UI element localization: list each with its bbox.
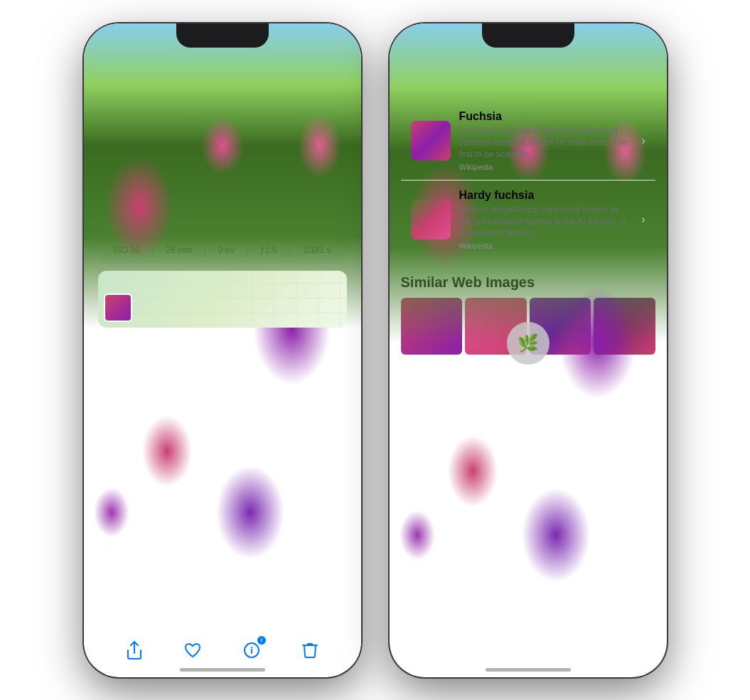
fuchsia-source: Wikipedia: [459, 163, 628, 171]
knowledge-item-fuchsia[interactable]: Fuchsia Fuchsia is a genus of flowering …: [401, 102, 655, 181]
heart-button[interactable]: [180, 637, 205, 663]
trash-button[interactable]: [297, 637, 323, 663]
hardy-content: Hardy fuchsia Fuchsia magellanica, commo…: [459, 189, 628, 250]
fuchsia-name: Fuchsia: [459, 110, 628, 123]
bottom-toolbar: i: [84, 630, 361, 663]
hardy-chevron: ›: [641, 213, 645, 226]
left-phone: Add a Caption 🌿 Look Up – Plant › Monday…: [84, 23, 361, 677]
fuchsia-thumbnail: [411, 121, 451, 161]
visual-search-button[interactable]: 🌿: [507, 322, 550, 365]
map-thumbnail: [104, 294, 132, 322]
fuchsia-chevron: ›: [641, 134, 645, 147]
map-area[interactable]: [98, 271, 347, 328]
left-scroll-area: Add a Caption 🌿 Look Up – Plant › Monday…: [84, 23, 361, 635]
right-phone: 🌿 Results ✕ Siri Knowledge: [390, 23, 667, 677]
share-button[interactable]: [122, 637, 147, 663]
knowledge-card: Fuchsia Fuchsia is a genus of flowering …: [401, 102, 655, 259]
knowledge-item-hardy[interactable]: Hardy fuchsia Fuchsia magellanica, commo…: [401, 181, 655, 259]
photo-overlay: [84, 23, 361, 635]
visual-search-icon: 🌿: [518, 333, 539, 353]
hardy-source: Wikipedia: [459, 242, 628, 250]
info-button[interactable]: i: [239, 637, 264, 663]
right-phone-screen: 🌿 Results ✕ Siri Knowledge: [390, 23, 667, 677]
hardy-description: Fuchsia magellanica, commonly known as t…: [459, 204, 628, 239]
phone-notch-left: [176, 23, 269, 48]
right-scroll-area: 🌿 Results ✕ Siri Knowledge: [390, 23, 667, 663]
fuchsia-description: Fuchsia is a genus of flowering plants t…: [459, 125, 628, 161]
fuchsia-content: Fuchsia Fuchsia is a genus of flowering …: [459, 110, 628, 171]
home-indicator-right: [486, 668, 571, 672]
hardy-name: Hardy fuchsia: [459, 189, 628, 202]
map-pattern: [98, 271, 347, 328]
hardy-thumbnail: [411, 200, 451, 239]
home-indicator-left: [180, 668, 265, 672]
visual-search-dot: [526, 368, 530, 372]
phone-notch-right: [482, 23, 574, 48]
left-phone-screen: Add a Caption 🌿 Look Up – Plant › Monday…: [84, 23, 361, 677]
